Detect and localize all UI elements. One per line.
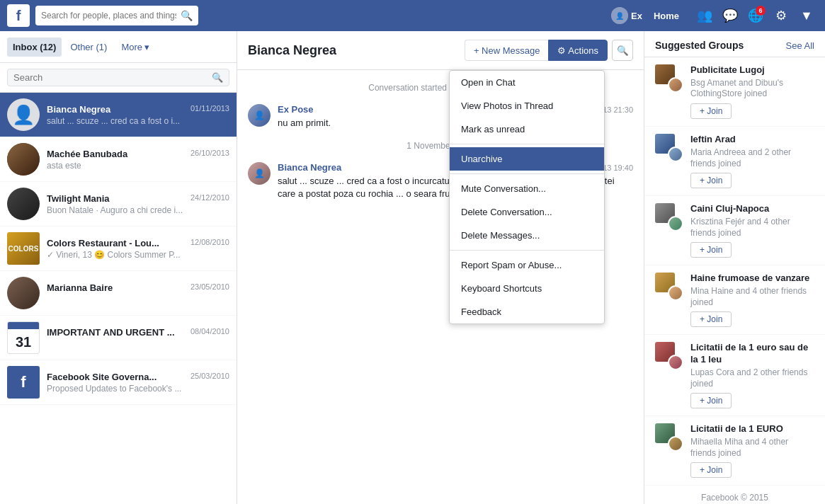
nav-username[interactable]: Ex <box>631 11 642 21</box>
group-join-button[interactable]: + Join <box>690 103 732 119</box>
avatar: f <box>7 366 40 399</box>
group-content: Licitatii de la 1 EURO Mihaella Miha and… <box>690 423 814 478</box>
message-preview: ✓ Vineri, 13 😊 Colors Summer P... <box>47 250 229 260</box>
avatar: 31 <box>7 321 40 354</box>
dropdown-item-unarchive[interactable]: Unarchive <box>450 147 604 171</box>
dropdown-item-open-chat[interactable]: Open in Chat <box>450 71 604 94</box>
group-desc: Mina Haine and 4 other friends joined <box>690 286 814 308</box>
global-search-input[interactable] <box>41 11 176 21</box>
group-content: Licitatii de la 1 euro sau de la 1 leu L… <box>690 342 814 408</box>
tab-other[interactable]: Other (1) <box>64 38 113 57</box>
suggested-groups-header: Suggested Groups See All <box>644 31 825 57</box>
group-desc: Mihaella Miha and 4 other friends joined <box>690 437 814 459</box>
facebook-logo: f <box>7 4 30 27</box>
dropdown-item-delete-msg[interactable]: Delete Messages... <box>450 224 604 247</box>
group-avatar <box>655 342 683 370</box>
message-sender-2: Bianca Negrea <box>278 162 341 173</box>
group-name: Publicitate Lugoj <box>690 64 814 76</box>
message-time: 26/10/2013 <box>190 149 229 159</box>
list-item[interactable]: Twilight Mania 24/12/2010 Buon Natale · … <box>0 182 237 227</box>
list-item[interactable]: Marianna Baire 23/05/2010 <box>0 271 237 316</box>
nav-home-link[interactable]: Home <box>645 11 688 21</box>
message-time: 25/03/2010 <box>190 372 229 382</box>
notifications-icon-button[interactable]: 🌐 6 <box>744 4 767 27</box>
group-avatar-sub <box>668 77 683 93</box>
message-sender-name: Bianca Negrea <box>47 104 110 115</box>
list-item[interactable]: Machée Banubada 26/10/2013 asta este <box>0 137 237 182</box>
group-avatar-sub <box>668 216 683 231</box>
message-sender-name: Facebook Site Governa... <box>47 372 157 382</box>
group-content: Publicitate Lugoj Bsg Amanet and Dibuu's… <box>690 64 814 119</box>
conversation-action-buttons: + New Message ⚙ Actions 🔍 <box>465 40 633 61</box>
message-time: 01/11/2013 <box>190 104 229 115</box>
list-item[interactable]: COLORS Colors Restaurant - Lou... 12/08/… <box>0 227 237 271</box>
friends-icon-button[interactable]: 👥 <box>693 4 716 27</box>
dropdown-divider-3 <box>450 250 604 251</box>
message-sender-name: Marianna Baire <box>47 282 113 293</box>
conversation-header: Bianca Negrea + New Message ⚙ Actions 🔍 <box>237 31 644 70</box>
suggested-groups-title: Suggested Groups <box>655 40 744 51</box>
new-message-wrapper: + New Message ⚙ Actions <box>465 40 608 61</box>
dropdown-item-mark-unread[interactable]: Mark as unread <box>450 118 604 141</box>
message-avatar-2: 👤 <box>248 162 271 185</box>
dropdown-item-delete-conv[interactable]: Delete Conversation... <box>450 200 604 224</box>
message-search-icon: 🔍 <box>212 72 223 83</box>
dropdown-item-keyboard-shortcuts[interactable]: Keyboard Shortcuts <box>450 277 604 300</box>
message-sender-name: Machée Banubada <box>47 149 127 159</box>
message-sender-name: Colors Restaurant - Lou... <box>47 238 159 248</box>
dropdown-item-mute[interactable]: Mute Conversation... <box>450 177 604 200</box>
group-avatar <box>655 203 683 231</box>
group-join-button[interactable]: + Join <box>690 173 732 188</box>
list-item[interactable]: 31 IMPORTANT AND URGENT ... 08/04/2010 <box>0 316 237 360</box>
group-name: Licitatii de la 1 euro sau de la 1 leu <box>690 342 814 366</box>
message-item-content: IMPORTANT AND URGENT ... 08/04/2010 <box>47 327 229 349</box>
person-icon: 👤 <box>12 104 35 126</box>
message-item-content: Bianca Negrea 01/11/2013 salut ... scuze… <box>47 104 229 126</box>
group-avatar <box>655 64 683 93</box>
avatar <box>7 143 40 176</box>
search-conversation-button[interactable]: 🔍 <box>612 40 633 61</box>
message-search-wrap: 🔍 <box>0 63 237 93</box>
dropdown-divider <box>450 144 604 144</box>
sidebar-footer: Facebook © 2015 <box>644 486 825 504</box>
message-preview: Proposed Updates to Facebook's ... <box>47 384 229 394</box>
nav-user-avatar[interactable]: 👤 <box>611 7 628 24</box>
global-search-bar[interactable]: 🔍 <box>35 6 198 25</box>
dropdown-arrow-icon[interactable]: ▼ <box>795 4 818 27</box>
list-item[interactable]: 👤 Bianca Negrea 01/11/2013 salut ... scu… <box>0 93 237 137</box>
suggested-group-item: Ieftin Arad Maria Andreea and 2 other fr… <box>644 127 825 196</box>
main-layout: Inbox (12) Other (1) More ▾ 🔍 👤 Bian <box>0 31 825 504</box>
group-join-button[interactable]: + Join <box>690 462 732 478</box>
message-item-content: Twilight Mania 24/12/2010 Buon Natale · … <box>47 193 229 215</box>
actions-button[interactable]: ⚙ Actions <box>548 40 608 61</box>
nav-user-section: 👤 Ex Home <box>611 7 688 24</box>
suggested-group-item: Licitatii de la 1 EURO Mihaella Miha and… <box>644 416 825 486</box>
dropdown-item-feedback[interactable]: Feedback <box>450 300 604 323</box>
dropdown-item-view-photos[interactable]: View Photos in Thread <box>450 94 604 118</box>
group-join-button[interactable]: + Join <box>690 393 732 408</box>
messages-icon-button[interactable]: 💬 <box>719 4 741 27</box>
message-search-bar[interactable]: 🔍 <box>7 69 229 86</box>
settings-icon-button[interactable]: ⚙ <box>770 4 792 27</box>
group-join-button[interactable]: + Join <box>690 311 732 327</box>
group-name: Licitatii de la 1 EURO <box>690 423 814 435</box>
dropdown-divider-2 <box>450 173 604 174</box>
group-avatar-sub <box>668 355 683 370</box>
avatar: COLORS <box>7 232 40 265</box>
global-search-icon: 🔍 <box>181 10 193 21</box>
group-join-button[interactable]: + Join <box>690 242 732 258</box>
message-time: 23/05/2010 <box>190 282 229 293</box>
group-content: Haine frumoase de vanzare Mina Haine and… <box>690 273 814 327</box>
message-list: 👤 Bianca Negrea 01/11/2013 salut ... scu… <box>0 93 237 504</box>
message-search-input[interactable] <box>13 72 207 83</box>
avatar: 👤 <box>7 98 40 131</box>
group-avatar-sub <box>668 436 683 452</box>
list-item[interactable]: f Facebook Site Governa... 25/03/2010 Pr… <box>0 360 237 405</box>
message-time: 12/08/2010 <box>190 238 229 248</box>
tab-more[interactable]: More ▾ <box>115 38 155 57</box>
message-preview: salut ... scuze ... cred ca a fost o i..… <box>47 116 229 126</box>
see-all-link[interactable]: See All <box>786 40 814 51</box>
new-message-button[interactable]: + New Message <box>465 40 549 61</box>
dropdown-item-report-spam[interactable]: Report Spam or Abuse... <box>450 253 604 277</box>
tab-inbox[interactable]: Inbox (12) <box>7 38 62 57</box>
